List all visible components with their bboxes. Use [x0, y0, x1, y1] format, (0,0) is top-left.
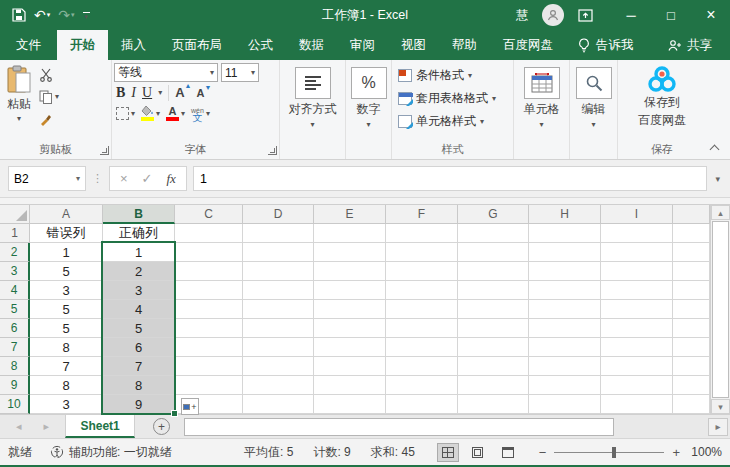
cell[interactable]: [314, 300, 386, 319]
cell[interactable]: [601, 338, 673, 357]
horizontal-scrollbar[interactable]: ▸: [184, 415, 730, 438]
share-button[interactable]: 共享: [649, 30, 730, 60]
cell[interactable]: [175, 357, 243, 376]
cells-dropdown-icon[interactable]: ▾: [539, 120, 543, 129]
cell[interactable]: [243, 224, 314, 243]
cell[interactable]: [243, 319, 314, 338]
format-as-table-button[interactable]: 套用表格格式 ▾: [398, 88, 507, 109]
copy-button[interactable]: ▾: [39, 88, 59, 105]
vertical-scroll-thumb[interactable]: [712, 221, 729, 398]
phonetic-guide-button[interactable]: wén 文 ▾: [191, 105, 210, 122]
user-name[interactable]: 慧: [516, 7, 528, 24]
fill-color-dropdown-icon[interactable]: ▾: [156, 109, 160, 118]
column-header-H[interactable]: H: [529, 205, 601, 224]
cell[interactable]: [386, 319, 458, 338]
auto-fill-options-button[interactable]: +: [181, 398, 199, 415]
cell[interactable]: [601, 262, 673, 281]
column-header-E[interactable]: E: [314, 205, 386, 224]
row-header-2[interactable]: 2: [0, 243, 30, 262]
horizontal-scroll-thumb[interactable]: [184, 418, 614, 436]
cell[interactable]: [175, 319, 243, 338]
cell[interactable]: [386, 357, 458, 376]
row-header-4[interactable]: 4: [0, 281, 30, 300]
cell[interactable]: [314, 357, 386, 376]
shrink-font-button[interactable]: A▼: [197, 87, 205, 99]
column-header-I[interactable]: I: [601, 205, 673, 224]
column-header-A[interactable]: A: [30, 205, 103, 224]
cell[interactable]: [601, 395, 673, 414]
row-header-8[interactable]: 8: [0, 357, 30, 376]
cell[interactable]: [601, 300, 673, 319]
expand-formula-bar-icon[interactable]: ▾: [713, 174, 722, 184]
cell[interactable]: [386, 376, 458, 395]
cell-A1[interactable]: 错误列: [30, 224, 103, 243]
scroll-up-button[interactable]: ▴: [711, 205, 730, 220]
cell[interactable]: [386, 338, 458, 357]
page-break-view-button[interactable]: [497, 443, 519, 462]
cell-A5[interactable]: 5: [30, 300, 103, 319]
borders-button[interactable]: ▾: [116, 105, 135, 122]
cell[interactable]: [673, 376, 710, 395]
cell[interactable]: [673, 300, 710, 319]
page-layout-view-button[interactable]: [467, 443, 489, 462]
font-size-combo[interactable]: 11 ▾: [221, 63, 259, 82]
number-button[interactable]: % 数字 ▾: [346, 63, 392, 129]
cell[interactable]: [529, 395, 601, 414]
tab-page-layout[interactable]: 页面布局: [159, 30, 235, 60]
cell[interactable]: [458, 224, 529, 243]
bold-button[interactable]: B: [116, 85, 125, 101]
cell[interactable]: [314, 224, 386, 243]
cell[interactable]: [314, 338, 386, 357]
cell-A10[interactable]: 3: [30, 395, 103, 414]
cell[interactable]: [243, 262, 314, 281]
cell[interactable]: [458, 262, 529, 281]
maximize-button[interactable]: □: [658, 8, 684, 23]
underline-dropdown-icon[interactable]: ▾: [158, 88, 162, 97]
save-to-netdisk-button[interactable]: 保存到 百度网盘: [634, 63, 690, 131]
cell[interactable]: [601, 357, 673, 376]
font-color-button[interactable]: A ▾: [166, 105, 185, 122]
cell[interactable]: [673, 262, 710, 281]
cell[interactable]: [243, 357, 314, 376]
tab-formulas[interactable]: 公式: [235, 30, 286, 60]
underline-button[interactable]: U: [142, 85, 152, 101]
cell[interactable]: [673, 357, 710, 376]
cell[interactable]: [243, 300, 314, 319]
row-header-7[interactable]: 7: [0, 338, 30, 357]
cancel-button[interactable]: ×: [120, 171, 128, 186]
column-header-F[interactable]: F: [386, 205, 458, 224]
phonetic-dropdown-icon[interactable]: ▾: [206, 109, 210, 118]
formula-bar-grip[interactable]: ⋮: [92, 172, 103, 185]
cell[interactable]: [673, 338, 710, 357]
column-header-G[interactable]: G: [458, 205, 529, 224]
clipboard-dialog-launcher[interactable]: [100, 146, 109, 155]
cell[interactable]: [243, 338, 314, 357]
cell[interactable]: [601, 281, 673, 300]
cell[interactable]: [175, 262, 243, 281]
conditional-formatting-button[interactable]: 条件格式 ▾: [398, 65, 507, 86]
sheet-tab-sheet1[interactable]: Sheet1: [65, 415, 135, 438]
cell-B9[interactable]: 8: [103, 376, 175, 395]
cell-A7[interactable]: 8: [30, 338, 103, 357]
cell[interactable]: [175, 281, 243, 300]
format-as-table-dropdown-icon[interactable]: ▾: [492, 94, 496, 103]
cell[interactable]: [529, 376, 601, 395]
name-box[interactable]: ▾: [8, 166, 86, 191]
cell-B2-active[interactable]: 1: [103, 243, 175, 262]
name-box-input[interactable]: [14, 172, 60, 186]
insert-function-button[interactable]: fx: [167, 171, 176, 187]
cell-B7[interactable]: 6: [103, 338, 175, 357]
cell[interactable]: [458, 300, 529, 319]
tab-help[interactable]: 帮助: [439, 30, 490, 60]
cell[interactable]: [529, 319, 601, 338]
zoom-slider[interactable]: [554, 452, 664, 453]
cell[interactable]: [601, 224, 673, 243]
cell[interactable]: [458, 338, 529, 357]
cell-A2[interactable]: 1: [30, 243, 103, 262]
cell[interactable]: [386, 281, 458, 300]
font-name-combo[interactable]: 等线 ▾: [114, 63, 218, 82]
cell[interactable]: [673, 281, 710, 300]
cell-A3[interactable]: 5: [30, 262, 103, 281]
enter-button[interactable]: ✓: [142, 171, 153, 186]
formula-input[interactable]: [194, 172, 707, 186]
